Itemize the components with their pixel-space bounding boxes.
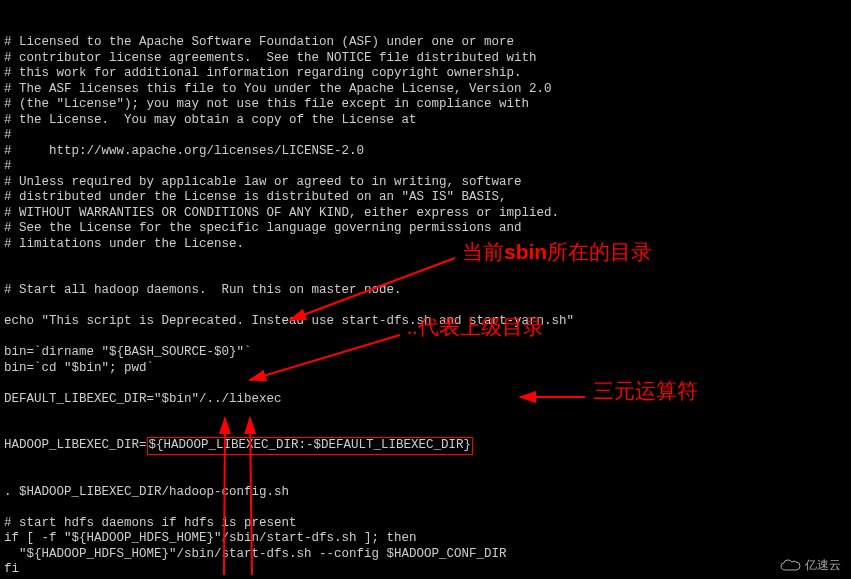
code-line: # this work for additional information r… (4, 66, 574, 82)
highlight-box: ${HADOOP_LIBEXEC_DIR:-$DEFAULT_LIBEXEC_D… (147, 437, 474, 455)
watermark: 亿速云 (780, 558, 841, 574)
annotation-dotdot: ..代表上级目录 (407, 320, 544, 336)
code-line (4, 500, 574, 516)
watermark-text: 亿速云 (805, 558, 841, 574)
code-line: "${HADOOP_HDFS_HOME}"/sbin/start-dfs.sh … (4, 547, 574, 563)
code-line: # See the License for the specific langu… (4, 221, 574, 237)
annotation-ternary: 三元运算符 (593, 384, 698, 400)
code-line: fi (4, 562, 574, 578)
code-line: # http://www.apache.org/licenses/LICENSE… (4, 144, 574, 160)
code-line: # the License. You may obtain a copy of … (4, 113, 574, 129)
code-line: # WITHOUT WARRANTIES OR CONDITIONS OF AN… (4, 206, 574, 222)
code-line (4, 376, 574, 392)
code-line: bin=`dirname "${BASH_SOURCE-$0}"` (4, 345, 574, 361)
code-line: # (4, 128, 574, 144)
code-line: # The ASF licenses this file to You unde… (4, 82, 574, 98)
cloud-icon (780, 558, 802, 572)
code-line (4, 268, 574, 284)
code-line: # distributed under the License is distr… (4, 190, 574, 206)
code-line: # Licensed to the Apache Software Founda… (4, 35, 574, 51)
highlight-prefix: HADOOP_LIBEXEC_DIR= (4, 438, 147, 452)
code-line: bin=`cd "$bin"; pwd` (4, 361, 574, 377)
code-line (4, 299, 574, 315)
code-block: # Licensed to the Apache Software Founda… (4, 4, 574, 579)
code-line: # start hdfs daemons if hdfs is present (4, 516, 574, 532)
code-line: . $HADOOP_LIBEXEC_DIR/hadoop-config.sh (4, 485, 574, 501)
code-line: if [ -f "${HADOOP_HDFS_HOME}"/sbin/start… (4, 531, 574, 547)
code-line: # (4, 159, 574, 175)
code-line: # Unless required by applicable law or a… (4, 175, 574, 191)
highlight-line: HADOOP_LIBEXEC_DIR=${HADOOP_LIBEXEC_DIR:… (4, 438, 574, 454)
code-line: DEFAULT_LIBEXEC_DIR="$bin"/../libexec (4, 392, 574, 408)
annotation-sbin: 当前sbin所在的目录 (462, 244, 652, 261)
code-line: # Start all hadoop daemons. Run this on … (4, 283, 574, 299)
code-line: # (the "License"); you may not use this … (4, 97, 574, 113)
code-line: # contributor license agreements. See th… (4, 51, 574, 67)
